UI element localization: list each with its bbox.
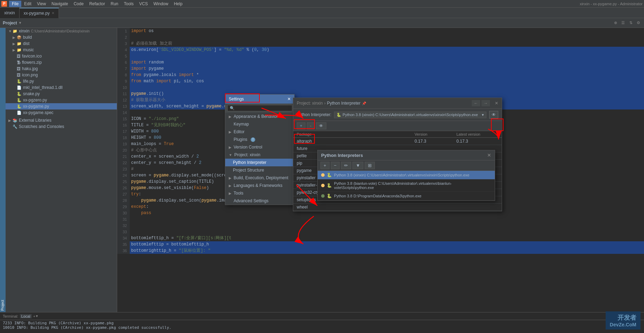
popup-remove-button[interactable]: −: [331, 162, 340, 169]
tree-life[interactable]: ▶🐍life.py: [6, 78, 117, 84]
interp-icon: 🐍: [327, 194, 332, 198]
menu-file[interactable]: File: [9, 1, 21, 7]
popup-edit-button[interactable]: ✏: [341, 162, 351, 169]
terminal-local-tab[interactable]: Local: [20, 314, 32, 318]
tree-root[interactable]: ▼ 📁 xinxin C:\Users\Administrator\Deskto…: [6, 28, 117, 34]
settings-close-icon[interactable]: ✕: [287, 97, 291, 101]
interpreter-item-bianlun[interactable]: 🐍 Python 3.8 (bianlun-vote) C:\Users\Adm…: [318, 180, 495, 192]
code-line-32: 32: [117, 222, 644, 229]
popup-add-button[interactable]: +: [320, 162, 329, 169]
menu-edit[interactable]: Edit: [21, 1, 34, 7]
package-toolbar: + - 👁: [293, 121, 502, 131]
col-version: Version: [415, 132, 456, 136]
settings-item-advanced[interactable]: ▶ Advanced Settings: [225, 197, 294, 205]
locate-icon[interactable]: ⊕: [613, 20, 618, 26]
interpreter-gear-button[interactable]: 👁: [489, 111, 498, 119]
terminal-output: 7233 INFO: Building PKG (CArchive) xx-py…: [0, 320, 644, 331]
menu-help[interactable]: Help: [171, 1, 185, 7]
interpreter-item-xinxin[interactable]: 🐍 Python 3.8 (xinxin) C:\Users\Administr…: [318, 171, 495, 180]
settings-item-python-interpreter[interactable]: Python Interpreter: [225, 159, 294, 166]
title-bar-text: xinxin - xx-pygame.py - Administrator: [580, 2, 643, 6]
code-line-33: 33: [117, 229, 644, 235]
code-line-5: 5: [117, 53, 644, 59]
tab-close-icon[interactable]: ✕: [52, 11, 54, 15]
interpreters-popup: Python Interpreters ✕ + − ✏ ▼ ⊞ 🐍 Python…: [317, 150, 495, 201]
settings-item-vcs[interactable]: ▶ Version Control: [225, 143, 294, 151]
tree-music[interactable]: ▶📁music: [6, 47, 117, 53]
tree-snake[interactable]: ▶🐍snake.py: [6, 91, 117, 97]
popup-copy-button[interactable]: ⊞: [365, 162, 375, 169]
remove-package-button[interactable]: -: [307, 122, 315, 129]
menu-window[interactable]: Window: [151, 1, 171, 7]
vertical-project-label[interactable]: Project: [0, 28, 6, 312]
tab-bar: xinxin xx-pygame.py ✕: [0, 8, 644, 18]
menu-navigate[interactable]: Navigate: [49, 1, 71, 7]
code-line-2: 2: [117, 34, 644, 40]
expand-icon[interactable]: ⇅: [628, 20, 634, 26]
tree-external-libs[interactable]: ▶📚External Libraries: [6, 117, 117, 123]
code-line-31: 31: [117, 216, 644, 222]
terminal-line2: 10010 INFO: Building PKG (CArchive) xx-p…: [3, 325, 641, 330]
tree-scratches[interactable]: ▶🔧Scratches and Consoles: [6, 123, 117, 130]
tree-icon[interactable]: ▶🖼icon.png: [6, 72, 117, 78]
interpreter-select[interactable]: 🐍 Python 3.8 (xinxin) C:\Users\Administr…: [334, 112, 486, 118]
popup-close-icon[interactable]: ✕: [487, 152, 491, 158]
code-line-10: 10: [117, 84, 644, 91]
terminal-add-icon[interactable]: +: [33, 314, 35, 318]
settings-item-tools[interactable]: ▶ Tools: [225, 189, 294, 197]
settings-item-editor[interactable]: ▶ Editor: [225, 128, 294, 136]
terminal-tab-bar: Terminal: Local + ▾: [0, 312, 644, 320]
tree-favicon[interactable]: ▶🖼favicon.ico: [6, 53, 117, 59]
settings-item-plugins[interactable]: ▶ Plugins !: [225, 136, 294, 143]
interpreter-list: 🐍 Python 3.8 (xinxin) C:\Users\Administr…: [318, 171, 495, 200]
popup-filter-button[interactable]: ▼: [353, 162, 363, 169]
add-package-button[interactable]: +: [297, 122, 305, 129]
menu-tools[interactable]: Tools: [121, 1, 136, 7]
settings-item-languages[interactable]: ▶ Languages & Frameworks: [225, 182, 294, 189]
menu-code[interactable]: Code: [71, 1, 86, 7]
tree-pgzero[interactable]: ▶🐍xx-pgzero.py: [6, 97, 117, 103]
settings-dialog-title: Settings ✕: [225, 94, 294, 104]
packages-table-header: Package Version Latest version: [293, 131, 502, 138]
code-line-35: 35 bottomlefttip = bottomlefttip_h: [117, 241, 644, 248]
tree-flowers[interactable]: ▶🗜flowers.zip: [6, 59, 117, 66]
settings-item-build[interactable]: ▶ Build, Execution, Deployment: [225, 174, 294, 182]
pin-icon: 📌: [362, 101, 366, 105]
settings-icon[interactable]: ⚙: [636, 20, 641, 26]
expand-icon: ▶: [229, 184, 232, 188]
menu-refactor[interactable]: Refactor: [86, 1, 108, 7]
tree-build[interactable]: ▶📦build: [6, 34, 117, 40]
collapse-icon[interactable]: ☰: [620, 20, 626, 26]
menu-view[interactable]: View: [34, 1, 49, 7]
terminal-line1: 7233 INFO: Building PKG (CArchive) xx-py…: [3, 321, 641, 325]
tree-dist[interactable]: ▶📁dist: [6, 40, 117, 47]
tree-spec[interactable]: ▶📄xx-pygame.spec: [6, 109, 117, 116]
tab-xx-pygame[interactable]: xx-pygame.py ✕: [20, 8, 59, 18]
project-dropdown-icon[interactable]: ▼: [18, 21, 22, 25]
show-all-packages-button[interactable]: 👁: [316, 122, 326, 129]
menu-run[interactable]: Run: [108, 1, 121, 7]
panel-close-icon[interactable]: ✕: [495, 101, 498, 106]
settings-item-project-structure[interactable]: Project Structure: [225, 166, 294, 174]
pkg-row-altgraph[interactable]: altgraph 0.17.3 0.17.3: [293, 138, 502, 145]
settings-search-input[interactable]: [227, 105, 292, 111]
tree-haku[interactable]: ▶🖼haku.jpg: [6, 66, 117, 72]
interpreter-item-anaconda[interactable]: 🐍 Python 3.8 D:\ProgramData\Anaconda3\py…: [318, 192, 495, 200]
pkg-row-wheel[interactable]: wheel: [293, 204, 502, 211]
plugins-badge: !: [251, 137, 255, 142]
status-dot: [321, 173, 325, 177]
menu-vcs[interactable]: VCS: [136, 1, 151, 7]
terminal-dropdown-icon[interactable]: ▾: [36, 314, 38, 318]
settings-item-project[interactable]: ▼ Project: xinxin: [225, 151, 294, 159]
app-icon: P: [1, 1, 7, 7]
nav-forward-button[interactable]: →: [482, 100, 490, 106]
settings-item-appearance[interactable]: ▶ Appearance & Behavior: [225, 113, 294, 120]
settings-search[interactable]: [225, 104, 294, 113]
tree-pygame-active[interactable]: ▶🐍xx-pygame.py: [6, 103, 117, 109]
panel-header: Project: xinxin › Python Interpreter 📌 ←…: [293, 98, 502, 109]
tab-xinxin[interactable]: xinxin: [0, 8, 20, 18]
tree-mkl[interactable]: ▶📄mkl_intel_thread.1.dll: [6, 84, 117, 91]
settings-item-keymap[interactable]: ▶ Keymap: [225, 120, 294, 128]
nav-back-button[interactable]: ←: [472, 100, 480, 106]
code-line-8: 8 from pygame.locals import *: [117, 72, 644, 78]
